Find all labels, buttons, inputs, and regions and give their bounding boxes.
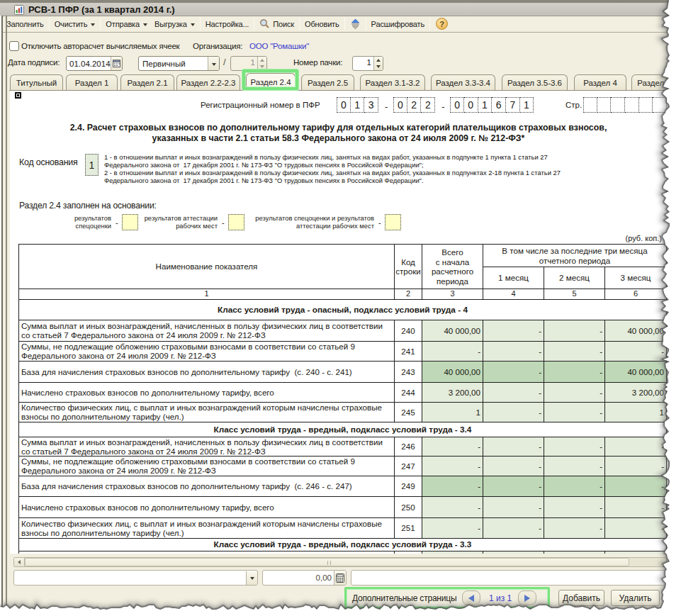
cell-amount-field[interactable]: 0,00 <box>262 570 347 586</box>
row-value-cell[interactable]: - <box>483 341 544 361</box>
row-value-cell[interactable]: - <box>483 382 544 402</box>
row-value-cell[interactable]: - <box>544 517 605 538</box>
tab-раздел-2.5[interactable]: Раздел 2.5 <box>301 74 354 90</box>
row-value-cell[interactable]: - <box>544 382 605 402</box>
row-value-cell[interactable]: - <box>544 320 605 341</box>
row-value-cell[interactable]: - <box>422 341 483 361</box>
toolbar-button-help[interactable]: ? <box>432 17 452 31</box>
spinner-down-button[interactable] <box>374 64 383 71</box>
toolbar-button-export[interactable]: Выгрузка <box>151 17 198 31</box>
calendar-button[interactable] <box>111 57 122 70</box>
row-value-cell[interactable]: 40 000,00 <box>422 361 483 382</box>
tab-раздел-3.3-3.4[interactable]: Раздел 3.3-3.4 <box>431 74 495 90</box>
row-indicator-name[interactable]: Суммы, не подлежащие обложению страховым… <box>19 456 395 476</box>
row-line-code[interactable]: 243 <box>395 361 422 382</box>
row-value-cell[interactable]: 1 <box>422 402 483 422</box>
tab-титульный[interactable]: Титульный <box>10 74 63 90</box>
tab-раздел-1[interactable]: Раздел 1 <box>66 74 118 90</box>
sign-date-input[interactable]: 01.04.2014 <box>66 56 123 71</box>
row-value-cell[interactable]: - <box>483 320 544 341</box>
row-value-cell[interactable]: 40 000,00 <box>605 320 667 341</box>
row-line-code[interactable]: 245 <box>395 402 422 422</box>
row-value-cell[interactable]: - <box>483 496 544 517</box>
cell-value-combobox[interactable] <box>13 570 258 586</box>
row-value-cell[interactable]: 3 200,00 <box>605 382 667 402</box>
tab-раздел-2.1[interactable]: Раздел 2.1 <box>120 74 174 90</box>
row-value-cell[interactable]: 1 <box>605 402 667 422</box>
tab-раздел-2.2-2.3[interactable]: Раздел 2.2-2.3 <box>176 74 240 90</box>
row-value-cell[interactable]: - <box>605 437 667 456</box>
row-indicator-name[interactable]: Количество физических лиц, с выплат и ин… <box>19 517 395 538</box>
row-value-cell[interactable]: - <box>483 517 544 538</box>
row-value-cell[interactable]: - <box>483 361 544 382</box>
basis-code-cell[interactable]: 1 <box>85 154 99 176</box>
row-value-cell[interactable]: - <box>422 456 483 476</box>
next-page-button[interactable] <box>518 590 536 605</box>
row-indicator-name[interactable]: База для начисления страховых взносов по… <box>19 361 395 382</box>
autocalc-checkbox[interactable] <box>9 41 19 51</box>
row-value-cell[interactable]: - <box>544 361 605 382</box>
combobox-dropdown-button[interactable] <box>208 57 219 70</box>
organization-value[interactable]: ООО "Ромашки" <box>249 42 309 50</box>
row-value-cell[interactable]: - <box>605 517 667 538</box>
row-value-cell[interactable] <box>483 551 544 554</box>
row-value-cell[interactable]: - <box>605 496 667 517</box>
row-value-cell[interactable]: - <box>483 402 544 422</box>
spinner-up-button[interactable] <box>258 57 266 64</box>
spinner-arrows[interactable] <box>373 57 383 70</box>
row-indicator-name[interactable]: Начислено страховых взносов по дополните… <box>19 382 395 402</box>
autocalc-label[interactable]: Отключить авторасчет вычисляемых ячеек <box>21 42 179 50</box>
row-value-cell[interactable] <box>544 551 605 554</box>
cell-text-field[interactable] <box>351 570 667 586</box>
row-value-cell[interactable]: - <box>544 437 605 456</box>
tab-раздел-5[interactable]: Раздел 5 <box>631 74 677 90</box>
row-value-cell[interactable]: - <box>605 456 667 476</box>
toolbar-button-fill[interactable]: Заполнить <box>3 17 47 31</box>
row-indicator-name[interactable]: Количество физических лиц, с выплат и ин… <box>19 402 395 422</box>
delete-page-button[interactable]: Удалить <box>611 590 660 606</box>
toolbar-button-clear[interactable]: Очистить <box>51 17 99 31</box>
row-line-code[interactable]: 241 <box>395 341 422 361</box>
sign-date-value[interactable]: 01.04.2014 <box>67 60 111 68</box>
batch-number-value[interactable]: 1 <box>353 57 373 70</box>
row-line-code[interactable]: 250 <box>395 496 422 517</box>
row-indicator-name[interactable] <box>19 551 395 554</box>
row-line-code[interactable]: 247 <box>395 456 422 476</box>
row-value-cell[interactable]: - <box>544 456 605 476</box>
row-value-cell[interactable]: 40 000,00 <box>605 361 667 382</box>
correction-type-value[interactable]: Первичный <box>139 60 208 68</box>
horizontal-scrollbar[interactable] <box>13 557 667 567</box>
toolbar-button-send[interactable]: Отправка <box>102 17 151 31</box>
toolbar-button-expand[interactable] <box>347 17 364 31</box>
combobox-dropdown-button[interactable] <box>246 571 257 585</box>
row-indicator-name[interactable]: Суммы, не подлежащие обложению страховым… <box>19 341 395 361</box>
toolbar-button-settings[interactable]: Настройка... <box>202 17 253 31</box>
basis-item-cell[interactable] <box>228 214 244 230</box>
row-line-code[interactable]: 249 <box>395 476 422 496</box>
toolbar-button-refresh[interactable]: Обновить <box>301 17 343 31</box>
row-value-cell[interactable] <box>605 551 667 554</box>
row-indicator-name[interactable]: База для начисления страховых взносов по… <box>19 476 395 496</box>
batch-number-spinner[interactable]: 1 <box>352 56 383 71</box>
row-value-cell[interactable]: - <box>483 437 544 456</box>
toolbar-button-search[interactable]: Поиск <box>256 17 298 31</box>
tab-раздел-4[interactable]: Раздел 4 <box>574 74 626 90</box>
row-line-code[interactable] <box>395 551 422 554</box>
spinner-arrows[interactable] <box>257 57 266 70</box>
row-line-code[interactable]: 246 <box>395 437 422 456</box>
add-page-button[interactable]: Добавить <box>558 590 604 606</box>
row-value-cell[interactable]: - <box>422 517 483 538</box>
row-value-cell[interactable]: - <box>483 456 544 476</box>
row-value-cell[interactable]: - <box>605 476 667 496</box>
row-value-cell[interactable]: - <box>544 476 605 496</box>
scrollbar-left-button[interactable] <box>14 558 25 566</box>
correction-type-combobox[interactable]: Первичный <box>138 56 220 71</box>
row-value-cell[interactable]: - <box>422 437 483 456</box>
row-line-code[interactable]: 240 <box>395 320 422 341</box>
tab-раздел-3.1-3.2[interactable]: Раздел 3.1-3.2 <box>360 74 425 90</box>
spinner-up-button[interactable] <box>374 57 383 64</box>
toolbar-button-decode[interactable]: Расшифровать <box>368 17 428 31</box>
row-line-code[interactable]: 251 <box>395 517 422 538</box>
row-value-cell[interactable]: 3 200,00 <box>422 382 483 402</box>
row-value-cell[interactable]: - <box>544 496 605 517</box>
